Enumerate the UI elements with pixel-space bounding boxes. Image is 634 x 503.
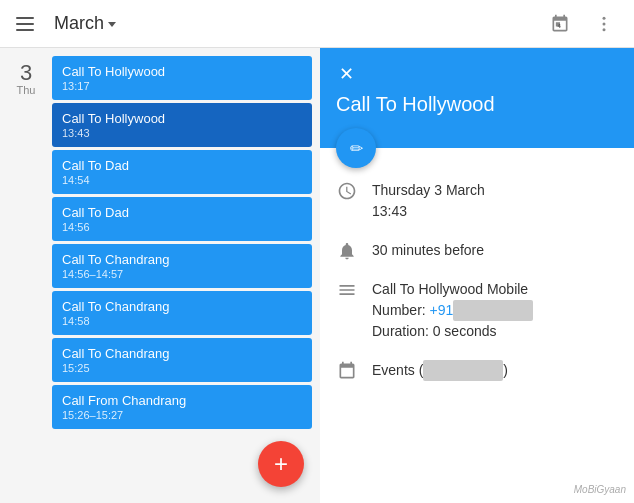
- reminder-row: 30 minutes before: [336, 240, 618, 261]
- event-time: 14:56: [62, 221, 302, 233]
- calendar-small-icon: [336, 361, 358, 381]
- event-item[interactable]: Call To Chandrang14:56–14:57: [52, 244, 312, 288]
- left-panel: 3 Thu Call To Hollywood13:17Call To Holl…: [0, 48, 320, 503]
- events-prefix: Events (: [372, 362, 423, 378]
- datetime-row: Thursday 3 March 13:43: [336, 180, 618, 222]
- event-title: Call To Chandrang: [62, 299, 302, 314]
- description-duration: Duration: 0 seconds: [372, 321, 533, 342]
- chevron-down-icon: [108, 22, 116, 27]
- event-title: Call To Hollywood: [62, 64, 302, 79]
- event-item[interactable]: Call To Dad14:56: [52, 197, 312, 241]
- svg-text:4: 4: [558, 23, 562, 29]
- event-title: Call To Dad: [62, 205, 302, 220]
- lines-icon: [336, 280, 358, 300]
- event-item[interactable]: Call To Dad14:54: [52, 150, 312, 194]
- close-icon: ✕: [339, 63, 354, 85]
- events-suffix: ): [503, 362, 508, 378]
- datetime-text: Thursday 3 March 13:43: [372, 180, 485, 222]
- event-title: Call To Chandrang: [62, 252, 302, 267]
- description-text: Call To Hollywood Mobile Number: +91 Dur…: [372, 279, 533, 342]
- reminder-text: 30 minutes before: [372, 240, 484, 261]
- event-time: 14:54: [62, 174, 302, 186]
- clock-icon: [336, 181, 358, 201]
- hamburger-menu-button[interactable]: [12, 13, 38, 35]
- main-content: 3 Thu Call To Hollywood13:17Call To Holl…: [0, 48, 634, 503]
- datetime-label: Thursday 3 March: [372, 180, 485, 201]
- top-bar-right: 4: [542, 6, 622, 42]
- day-number: 3: [0, 62, 52, 84]
- overflow-menu-button[interactable]: [586, 6, 622, 42]
- event-item[interactable]: Call To Hollywood13:43: [52, 103, 312, 147]
- svg-point-3: [603, 28, 606, 31]
- right-panel: ✕ Call To Hollywood ✏ Thursday 3 March 1…: [320, 48, 634, 503]
- detail-header: ✕ Call To Hollywood ✏: [320, 48, 634, 148]
- day-row: 3 Thu Call To Hollywood13:17Call To Holl…: [0, 48, 320, 433]
- add-event-button[interactable]: +: [258, 441, 304, 487]
- phone-link: +91: [430, 302, 454, 318]
- month-label: March: [54, 13, 104, 34]
- top-bar-left: March: [12, 13, 542, 35]
- events-row: Events ( ): [336, 360, 618, 381]
- event-time: 15:26–15:27: [62, 409, 302, 421]
- event-time: 13:17: [62, 80, 302, 92]
- events-list: Call To Hollywood13:17Call To Hollywood1…: [52, 56, 320, 429]
- detail-title: Call To Hollywood: [336, 92, 618, 116]
- event-time: 14:56–14:57: [62, 268, 302, 280]
- reminder-label: 30 minutes before: [372, 242, 484, 258]
- calendar-icon-button[interactable]: 4: [542, 6, 578, 42]
- event-item[interactable]: Call From Chandrang15:26–15:27: [52, 385, 312, 429]
- calendar-icon: 4: [550, 14, 570, 34]
- overflow-icon: [594, 14, 614, 34]
- event-title: Call To Chandrang: [62, 346, 302, 361]
- add-icon: +: [274, 450, 288, 478]
- edit-icon: ✏: [350, 139, 363, 158]
- event-time: 15:25: [62, 362, 302, 374]
- edit-button[interactable]: ✏: [336, 128, 376, 168]
- phone-prefix: Number:: [372, 302, 430, 318]
- event-title: Call To Dad: [62, 158, 302, 173]
- svg-point-1: [603, 16, 606, 19]
- event-item[interactable]: Call To Chandrang14:58: [52, 291, 312, 335]
- day-label: 3 Thu: [0, 56, 52, 96]
- datetime-time: 13:43: [372, 201, 485, 222]
- description-phone: Number: +91: [372, 300, 533, 321]
- month-title[interactable]: March: [54, 13, 116, 34]
- top-bar: March 4: [0, 0, 634, 48]
- bell-icon: [336, 241, 358, 261]
- event-item[interactable]: Call To Chandrang15:25: [52, 338, 312, 382]
- event-time: 13:43: [62, 127, 302, 139]
- events-text: Events ( ): [372, 360, 508, 381]
- description-row: Call To Hollywood Mobile Number: +91 Dur…: [336, 279, 618, 342]
- event-title: Call To Hollywood: [62, 111, 302, 126]
- description-line1: Call To Hollywood Mobile: [372, 279, 533, 300]
- phone-blurred: [453, 300, 533, 321]
- detail-body: Thursday 3 March 13:43 30 minutes before: [320, 148, 634, 503]
- svg-point-2: [603, 22, 606, 25]
- event-title: Call From Chandrang: [62, 393, 302, 408]
- watermark: MoBiGyaan: [574, 484, 626, 495]
- events-blurred: [423, 360, 503, 381]
- event-item[interactable]: Call To Hollywood13:17: [52, 56, 312, 100]
- day-name: Thu: [0, 84, 52, 96]
- close-button[interactable]: ✕: [332, 60, 360, 88]
- event-time: 14:58: [62, 315, 302, 327]
